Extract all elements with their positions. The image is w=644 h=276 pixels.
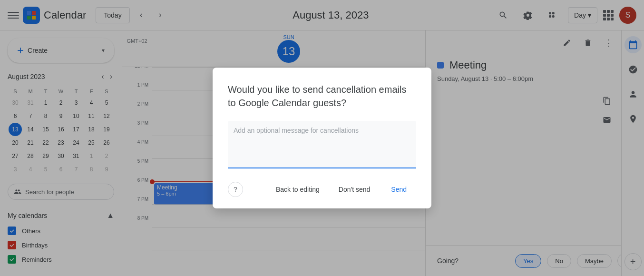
cancellation-message-input[interactable] xyxy=(228,121,416,168)
help-icon[interactable]: ? xyxy=(228,182,243,197)
dont-send-button[interactable]: Don't send xyxy=(331,182,378,197)
cancellation-dialog: Would you like to send cancellation emai… xyxy=(213,68,431,208)
back-to-editing-button[interactable]: Back to editing xyxy=(268,182,327,197)
dialog-actions: ? Back to editing Don't send Send xyxy=(228,182,416,197)
dialog-title: Would you like to send cancellation emai… xyxy=(228,83,416,109)
modal-overlay: Would you like to send cancellation emai… xyxy=(0,0,644,276)
send-button[interactable]: Send xyxy=(381,182,416,197)
